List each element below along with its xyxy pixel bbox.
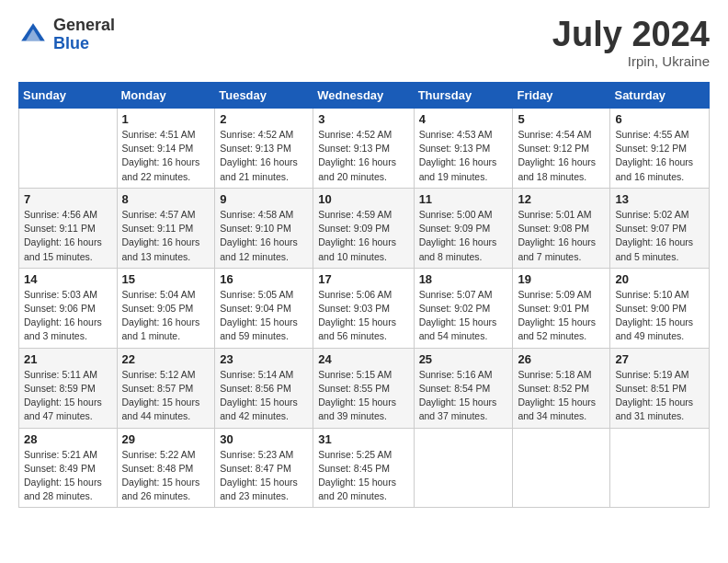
day-number: 11: [419, 192, 508, 206]
week-row-3: 14Sunrise: 5:03 AMSunset: 9:06 PMDayligh…: [19, 268, 710, 348]
day-cell: 15Sunrise: 5:04 AMSunset: 9:05 PMDayligh…: [117, 268, 215, 348]
day-cell: 28Sunrise: 5:21 AMSunset: 8:49 PMDayligh…: [19, 428, 118, 508]
logo-blue-text: Blue: [53, 35, 115, 53]
day-number: 10: [318, 192, 408, 206]
title-block: July 2024 Irpin, Ukraine: [552, 17, 710, 69]
day-cell: 18Sunrise: 5:07 AMSunset: 9:02 PMDayligh…: [414, 268, 513, 348]
col-thursday: Thursday: [414, 83, 513, 109]
day-number: 16: [220, 272, 308, 286]
day-info: Sunrise: 5:02 AMSunset: 9:07 PMDaylight:…: [615, 208, 704, 264]
day-cell: 23Sunrise: 5:14 AMSunset: 8:56 PMDayligh…: [215, 348, 313, 428]
logo-icon: [18, 20, 48, 50]
day-number: 31: [318, 432, 408, 446]
col-monday: Monday: [117, 83, 215, 109]
day-info: Sunrise: 4:57 AMSunset: 9:11 PMDaylight:…: [122, 208, 210, 264]
day-number: 26: [518, 352, 605, 366]
day-info: Sunrise: 4:58 AMSunset: 9:10 PMDaylight:…: [220, 208, 308, 264]
day-info: Sunrise: 5:00 AMSunset: 9:09 PMDaylight:…: [419, 208, 508, 264]
day-number: 27: [615, 352, 704, 366]
day-cell: 9Sunrise: 4:58 AMSunset: 9:10 PMDaylight…: [215, 188, 313, 268]
day-number: 6: [615, 112, 704, 126]
day-cell: 24Sunrise: 5:15 AMSunset: 8:55 PMDayligh…: [313, 348, 414, 428]
day-number: 1: [122, 112, 210, 126]
day-info: Sunrise: 5:22 AMSunset: 8:48 PMDaylight:…: [122, 448, 210, 504]
day-number: 9: [220, 192, 308, 206]
day-number: 12: [518, 192, 605, 206]
logo-text: General Blue: [53, 17, 115, 53]
day-info: Sunrise: 5:12 AMSunset: 8:57 PMDaylight:…: [122, 368, 210, 424]
day-info: Sunrise: 4:55 AMSunset: 9:12 PMDaylight:…: [615, 128, 704, 184]
day-info: Sunrise: 5:14 AMSunset: 8:56 PMDaylight:…: [220, 368, 308, 424]
day-info: Sunrise: 5:03 AMSunset: 9:06 PMDaylight:…: [24, 288, 112, 344]
day-info: Sunrise: 5:04 AMSunset: 9:05 PMDaylight:…: [122, 288, 210, 344]
day-info: Sunrise: 4:56 AMSunset: 9:11 PMDaylight:…: [24, 208, 112, 264]
header: General Blue July 2024 Irpin, Ukraine: [18, 17, 710, 69]
day-number: 28: [24, 432, 112, 446]
day-info: Sunrise: 5:18 AMSunset: 8:52 PMDaylight:…: [518, 368, 605, 424]
day-cell: 4Sunrise: 4:53 AMSunset: 9:13 PMDaylight…: [414, 109, 513, 189]
day-cell: 20Sunrise: 5:10 AMSunset: 9:00 PMDayligh…: [610, 268, 710, 348]
day-number: 2: [220, 112, 308, 126]
day-number: 30: [220, 432, 308, 446]
day-info: Sunrise: 4:52 AMSunset: 9:13 PMDaylight:…: [220, 128, 308, 184]
day-cell: 7Sunrise: 4:56 AMSunset: 9:11 PMDaylight…: [19, 188, 118, 268]
day-cell: 5Sunrise: 4:54 AMSunset: 9:12 PMDaylight…: [513, 109, 610, 189]
day-cell: [19, 109, 118, 189]
day-info: Sunrise: 4:52 AMSunset: 9:13 PMDaylight:…: [318, 128, 408, 184]
month-title: July 2024: [552, 17, 710, 52]
day-number: 17: [318, 272, 408, 286]
day-number: 25: [419, 352, 508, 366]
day-number: 19: [518, 272, 605, 286]
day-cell: 3Sunrise: 4:52 AMSunset: 9:13 PMDaylight…: [313, 109, 414, 189]
day-info: Sunrise: 4:53 AMSunset: 9:13 PMDaylight:…: [419, 128, 508, 184]
day-cell: 13Sunrise: 5:02 AMSunset: 9:07 PMDayligh…: [610, 188, 710, 268]
day-cell: 26Sunrise: 5:18 AMSunset: 8:52 PMDayligh…: [513, 348, 610, 428]
day-number: 7: [24, 192, 112, 206]
day-cell: 31Sunrise: 5:25 AMSunset: 8:45 PMDayligh…: [313, 428, 414, 508]
day-cell: 27Sunrise: 5:19 AMSunset: 8:51 PMDayligh…: [610, 348, 710, 428]
page: General Blue July 2024 Irpin, Ukraine Su…: [0, 0, 728, 519]
day-cell: 6Sunrise: 4:55 AMSunset: 9:12 PMDaylight…: [610, 109, 710, 189]
day-info: Sunrise: 5:06 AMSunset: 9:03 PMDaylight:…: [318, 288, 408, 344]
day-info: Sunrise: 4:54 AMSunset: 9:12 PMDaylight:…: [518, 128, 605, 184]
day-info: Sunrise: 5:15 AMSunset: 8:55 PMDaylight:…: [318, 368, 408, 424]
day-number: 4: [419, 112, 508, 126]
week-row-1: 1Sunrise: 4:51 AMSunset: 9:14 PMDaylight…: [19, 109, 710, 189]
day-number: 13: [615, 192, 704, 206]
location: Irpin, Ukraine: [552, 53, 710, 69]
day-cell: 30Sunrise: 5:23 AMSunset: 8:47 PMDayligh…: [215, 428, 313, 508]
col-wednesday: Wednesday: [313, 83, 414, 109]
logo-general-text: General: [53, 17, 115, 35]
day-info: Sunrise: 5:07 AMSunset: 9:02 PMDaylight:…: [419, 288, 508, 344]
day-number: 20: [615, 272, 704, 286]
week-row-5: 28Sunrise: 5:21 AMSunset: 8:49 PMDayligh…: [19, 428, 710, 508]
day-info: Sunrise: 5:09 AMSunset: 9:01 PMDaylight:…: [518, 288, 605, 344]
day-cell: 19Sunrise: 5:09 AMSunset: 9:01 PMDayligh…: [513, 268, 610, 348]
day-number: 24: [318, 352, 408, 366]
calendar-table: Sunday Monday Tuesday Wednesday Thursday…: [18, 82, 710, 508]
day-number: 15: [122, 272, 210, 286]
day-number: 21: [24, 352, 112, 366]
day-info: Sunrise: 5:25 AMSunset: 8:45 PMDaylight:…: [318, 448, 408, 504]
day-cell: 1Sunrise: 4:51 AMSunset: 9:14 PMDaylight…: [117, 109, 215, 189]
day-number: 23: [220, 352, 308, 366]
day-info: Sunrise: 5:23 AMSunset: 8:47 PMDaylight:…: [220, 448, 308, 504]
day-number: 8: [122, 192, 210, 206]
day-cell: 11Sunrise: 5:00 AMSunset: 9:09 PMDayligh…: [414, 188, 513, 268]
day-info: Sunrise: 5:10 AMSunset: 9:00 PMDaylight:…: [615, 288, 704, 344]
day-info: Sunrise: 4:59 AMSunset: 9:09 PMDaylight:…: [318, 208, 408, 264]
day-cell: 8Sunrise: 4:57 AMSunset: 9:11 PMDaylight…: [117, 188, 215, 268]
week-row-4: 21Sunrise: 5:11 AMSunset: 8:59 PMDayligh…: [19, 348, 710, 428]
day-number: 29: [122, 432, 210, 446]
day-cell: 16Sunrise: 5:05 AMSunset: 9:04 PMDayligh…: [215, 268, 313, 348]
day-number: 18: [419, 272, 508, 286]
col-friday: Friday: [513, 83, 610, 109]
day-cell: 10Sunrise: 4:59 AMSunset: 9:09 PMDayligh…: [313, 188, 414, 268]
day-info: Sunrise: 4:51 AMSunset: 9:14 PMDaylight:…: [122, 128, 210, 184]
day-cell: [414, 428, 513, 508]
day-info: Sunrise: 5:01 AMSunset: 9:08 PMDaylight:…: [518, 208, 605, 264]
day-number: 5: [518, 112, 605, 126]
day-info: Sunrise: 5:11 AMSunset: 8:59 PMDaylight:…: [24, 368, 112, 424]
header-row: Sunday Monday Tuesday Wednesday Thursday…: [19, 83, 710, 109]
col-sunday: Sunday: [19, 83, 118, 109]
